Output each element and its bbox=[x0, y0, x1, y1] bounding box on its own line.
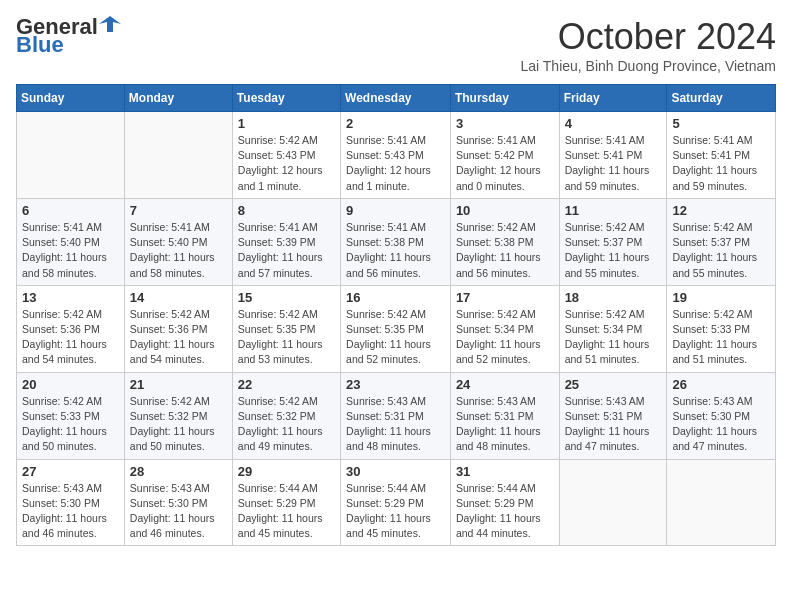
day-info: Sunrise: 5:44 AMSunset: 5:29 PMDaylight:… bbox=[456, 481, 554, 542]
day-number: 5 bbox=[672, 116, 770, 131]
day-number: 6 bbox=[22, 203, 119, 218]
calendar-day-cell: 3Sunrise: 5:41 AMSunset: 5:42 PMDaylight… bbox=[450, 112, 559, 199]
day-info: Sunrise: 5:42 AMSunset: 5:32 PMDaylight:… bbox=[238, 394, 335, 455]
day-info: Sunrise: 5:41 AMSunset: 5:40 PMDaylight:… bbox=[22, 220, 119, 281]
logo: General Blue bbox=[16, 16, 121, 56]
calendar-day-cell: 1Sunrise: 5:42 AMSunset: 5:43 PMDaylight… bbox=[232, 112, 340, 199]
day-number: 26 bbox=[672, 377, 770, 392]
day-number: 10 bbox=[456, 203, 554, 218]
calendar-day-cell: 30Sunrise: 5:44 AMSunset: 5:29 PMDayligh… bbox=[341, 459, 451, 546]
day-number: 21 bbox=[130, 377, 227, 392]
calendar-day-cell: 28Sunrise: 5:43 AMSunset: 5:30 PMDayligh… bbox=[124, 459, 232, 546]
day-info: Sunrise: 5:42 AMSunset: 5:34 PMDaylight:… bbox=[456, 307, 554, 368]
calendar-day-cell: 8Sunrise: 5:41 AMSunset: 5:39 PMDaylight… bbox=[232, 198, 340, 285]
day-number: 20 bbox=[22, 377, 119, 392]
calendar-day-cell bbox=[667, 459, 776, 546]
day-info: Sunrise: 5:42 AMSunset: 5:36 PMDaylight:… bbox=[130, 307, 227, 368]
calendar-week-row: 20Sunrise: 5:42 AMSunset: 5:33 PMDayligh… bbox=[17, 372, 776, 459]
day-of-week-header: Wednesday bbox=[341, 85, 451, 112]
day-number: 18 bbox=[565, 290, 662, 305]
calendar-day-cell: 2Sunrise: 5:41 AMSunset: 5:43 PMDaylight… bbox=[341, 112, 451, 199]
calendar-day-cell: 4Sunrise: 5:41 AMSunset: 5:41 PMDaylight… bbox=[559, 112, 667, 199]
day-number: 22 bbox=[238, 377, 335, 392]
day-info: Sunrise: 5:43 AMSunset: 5:30 PMDaylight:… bbox=[22, 481, 119, 542]
day-of-week-header: Tuesday bbox=[232, 85, 340, 112]
day-number: 9 bbox=[346, 203, 445, 218]
day-info: Sunrise: 5:43 AMSunset: 5:31 PMDaylight:… bbox=[565, 394, 662, 455]
calendar-day-cell: 18Sunrise: 5:42 AMSunset: 5:34 PMDayligh… bbox=[559, 285, 667, 372]
calendar-day-cell: 9Sunrise: 5:41 AMSunset: 5:38 PMDaylight… bbox=[341, 198, 451, 285]
calendar-day-cell: 7Sunrise: 5:41 AMSunset: 5:40 PMDaylight… bbox=[124, 198, 232, 285]
day-info: Sunrise: 5:42 AMSunset: 5:32 PMDaylight:… bbox=[130, 394, 227, 455]
calendar-table: SundayMondayTuesdayWednesdayThursdayFrid… bbox=[16, 84, 776, 546]
calendar-day-cell: 20Sunrise: 5:42 AMSunset: 5:33 PMDayligh… bbox=[17, 372, 125, 459]
calendar-week-row: 27Sunrise: 5:43 AMSunset: 5:30 PMDayligh… bbox=[17, 459, 776, 546]
calendar-day-cell: 15Sunrise: 5:42 AMSunset: 5:35 PMDayligh… bbox=[232, 285, 340, 372]
day-info: Sunrise: 5:41 AMSunset: 5:41 PMDaylight:… bbox=[565, 133, 662, 194]
day-number: 11 bbox=[565, 203, 662, 218]
calendar-day-cell: 31Sunrise: 5:44 AMSunset: 5:29 PMDayligh… bbox=[450, 459, 559, 546]
day-info: Sunrise: 5:41 AMSunset: 5:41 PMDaylight:… bbox=[672, 133, 770, 194]
day-info: Sunrise: 5:42 AMSunset: 5:33 PMDaylight:… bbox=[22, 394, 119, 455]
calendar-day-cell: 19Sunrise: 5:42 AMSunset: 5:33 PMDayligh… bbox=[667, 285, 776, 372]
calendar-day-cell bbox=[17, 112, 125, 199]
calendar-day-cell bbox=[124, 112, 232, 199]
calendar-week-row: 1Sunrise: 5:42 AMSunset: 5:43 PMDaylight… bbox=[17, 112, 776, 199]
day-info: Sunrise: 5:43 AMSunset: 5:31 PMDaylight:… bbox=[456, 394, 554, 455]
day-number: 13 bbox=[22, 290, 119, 305]
day-info: Sunrise: 5:44 AMSunset: 5:29 PMDaylight:… bbox=[238, 481, 335, 542]
title-block: October 2024 Lai Thieu, Binh Duong Provi… bbox=[520, 16, 776, 74]
day-number: 23 bbox=[346, 377, 445, 392]
day-info: Sunrise: 5:41 AMSunset: 5:38 PMDaylight:… bbox=[346, 220, 445, 281]
month-title: October 2024 bbox=[520, 16, 776, 58]
day-info: Sunrise: 5:41 AMSunset: 5:39 PMDaylight:… bbox=[238, 220, 335, 281]
day-info: Sunrise: 5:41 AMSunset: 5:42 PMDaylight:… bbox=[456, 133, 554, 194]
day-number: 16 bbox=[346, 290, 445, 305]
calendar-day-cell: 23Sunrise: 5:43 AMSunset: 5:31 PMDayligh… bbox=[341, 372, 451, 459]
day-number: 27 bbox=[22, 464, 119, 479]
day-number: 2 bbox=[346, 116, 445, 131]
day-info: Sunrise: 5:41 AMSunset: 5:40 PMDaylight:… bbox=[130, 220, 227, 281]
calendar-day-cell: 24Sunrise: 5:43 AMSunset: 5:31 PMDayligh… bbox=[450, 372, 559, 459]
calendar-day-cell: 16Sunrise: 5:42 AMSunset: 5:35 PMDayligh… bbox=[341, 285, 451, 372]
calendar-day-cell: 26Sunrise: 5:43 AMSunset: 5:30 PMDayligh… bbox=[667, 372, 776, 459]
calendar-day-cell bbox=[559, 459, 667, 546]
day-number: 17 bbox=[456, 290, 554, 305]
day-number: 14 bbox=[130, 290, 227, 305]
location-subtitle: Lai Thieu, Binh Duong Province, Vietnam bbox=[520, 58, 776, 74]
day-info: Sunrise: 5:42 AMSunset: 5:35 PMDaylight:… bbox=[238, 307, 335, 368]
day-info: Sunrise: 5:42 AMSunset: 5:36 PMDaylight:… bbox=[22, 307, 119, 368]
calendar-header-row: SundayMondayTuesdayWednesdayThursdayFrid… bbox=[17, 85, 776, 112]
day-number: 1 bbox=[238, 116, 335, 131]
day-info: Sunrise: 5:44 AMSunset: 5:29 PMDaylight:… bbox=[346, 481, 445, 542]
day-info: Sunrise: 5:42 AMSunset: 5:37 PMDaylight:… bbox=[672, 220, 770, 281]
day-of-week-header: Friday bbox=[559, 85, 667, 112]
day-number: 24 bbox=[456, 377, 554, 392]
calendar-day-cell: 6Sunrise: 5:41 AMSunset: 5:40 PMDaylight… bbox=[17, 198, 125, 285]
day-number: 3 bbox=[456, 116, 554, 131]
day-info: Sunrise: 5:43 AMSunset: 5:30 PMDaylight:… bbox=[672, 394, 770, 455]
day-number: 31 bbox=[456, 464, 554, 479]
day-info: Sunrise: 5:42 AMSunset: 5:43 PMDaylight:… bbox=[238, 133, 335, 194]
calendar-day-cell: 5Sunrise: 5:41 AMSunset: 5:41 PMDaylight… bbox=[667, 112, 776, 199]
calendar-day-cell: 25Sunrise: 5:43 AMSunset: 5:31 PMDayligh… bbox=[559, 372, 667, 459]
day-of-week-header: Sunday bbox=[17, 85, 125, 112]
day-number: 19 bbox=[672, 290, 770, 305]
calendar-day-cell: 14Sunrise: 5:42 AMSunset: 5:36 PMDayligh… bbox=[124, 285, 232, 372]
day-info: Sunrise: 5:42 AMSunset: 5:33 PMDaylight:… bbox=[672, 307, 770, 368]
calendar-day-cell: 22Sunrise: 5:42 AMSunset: 5:32 PMDayligh… bbox=[232, 372, 340, 459]
logo-blue-text: Blue bbox=[16, 34, 121, 56]
svg-marker-0 bbox=[99, 16, 121, 32]
day-number: 25 bbox=[565, 377, 662, 392]
day-number: 30 bbox=[346, 464, 445, 479]
day-number: 7 bbox=[130, 203, 227, 218]
day-number: 8 bbox=[238, 203, 335, 218]
day-info: Sunrise: 5:42 AMSunset: 5:34 PMDaylight:… bbox=[565, 307, 662, 368]
page-header: General Blue October 2024 Lai Thieu, Bin… bbox=[16, 16, 776, 74]
day-of-week-header: Saturday bbox=[667, 85, 776, 112]
calendar-day-cell: 13Sunrise: 5:42 AMSunset: 5:36 PMDayligh… bbox=[17, 285, 125, 372]
day-of-week-header: Thursday bbox=[450, 85, 559, 112]
calendar-day-cell: 21Sunrise: 5:42 AMSunset: 5:32 PMDayligh… bbox=[124, 372, 232, 459]
logo-bird-icon bbox=[99, 14, 121, 36]
calendar-day-cell: 17Sunrise: 5:42 AMSunset: 5:34 PMDayligh… bbox=[450, 285, 559, 372]
